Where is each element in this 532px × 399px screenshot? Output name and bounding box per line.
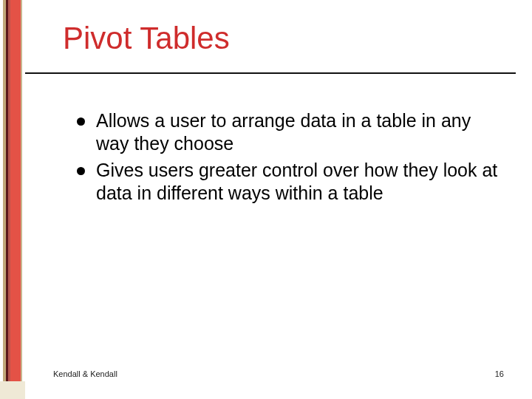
slide-content: Allows a user to arrange data in a table…	[77, 109, 502, 208]
stripe-bar	[10, 0, 21, 399]
bullet-text: Gives users greater control over how the…	[96, 160, 497, 203]
slide-title: Pivot Tables	[63, 21, 230, 56]
slide: Pivot Tables Allows a user to arrange da…	[0, 0, 532, 399]
stripe-bar	[21, 0, 22, 399]
stripe-bottom-cap	[0, 381, 25, 399]
left-accent-stripe	[0, 0, 25, 399]
title-underline	[25, 72, 516, 74]
bullet-item: Allows a user to arrange data in a table…	[77, 109, 502, 156]
bullet-icon	[77, 117, 85, 126]
footer-author: Kendall & Kendall	[53, 369, 117, 378]
footer-page-number: 16	[495, 369, 504, 378]
bullet-text: Allows a user to arrange data in a table…	[96, 110, 471, 154]
bullet-item: Gives users greater control over how the…	[77, 159, 502, 205]
bullet-icon	[77, 167, 85, 175]
